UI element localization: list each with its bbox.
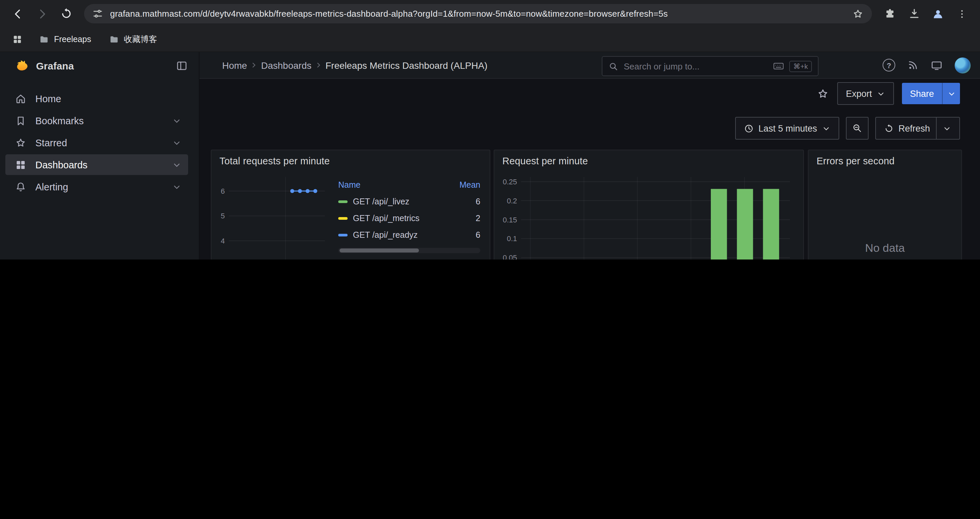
sidebar-item-label: Alerting [35,181,68,192]
scrollbar-thumb[interactable] [340,249,419,252]
bell-icon [15,181,27,193]
time-controls: Last 5 minutes Refresh [735,117,960,140]
search-icon [608,61,619,71]
chevron-down-icon[interactable] [172,182,181,192]
legend-row[interactable]: GET /api/_livez 6 [338,193,480,210]
folder-icon [39,34,49,45]
dock-sidebar-icon[interactable] [175,59,188,72]
screen: grafana.mathmast.com/d/deytv4rwavabkb/fr… [0,0,980,260]
home-icon [15,93,27,105]
series-name[interactable]: GET /api/_livez [353,197,450,206]
svg-text:0.15: 0.15 [503,216,517,224]
extensions-puzzle-icon [884,8,896,20]
refresh-button[interactable]: Refresh [875,117,960,140]
refresh-label: Refresh [898,123,930,133]
user-avatar[interactable] [955,57,970,73]
bookmark-folder-freeleaps[interactable]: Freeleaps [33,31,96,48]
url-bar[interactable]: grafana.mathmast.com/d/deytv4rwavabkb/fr… [84,4,872,23]
bookmark-label: 收藏博客 [124,34,157,45]
chevron-down-icon [877,89,885,98]
browser-menu-button[interactable] [951,2,973,25]
panel-title: Request per minute [502,156,588,166]
legend-row[interactable]: GET /api/_readyz 6 [338,227,480,243]
panel-header[interactable]: Request per minute [494,150,803,172]
legend-col-name[interactable]: Name [338,180,450,190]
legend-header-row: Name Mean [338,177,480,193]
sidebar-item-label: Home [35,93,61,104]
chevron-down-icon[interactable] [172,138,181,147]
zoom-out-icon [851,123,862,134]
bookmark-folder-blogs[interactable]: 收藏博客 [103,31,162,48]
series-name[interactable]: GET /api/_metrics [353,213,450,223]
brand-name: Grafana [36,60,169,71]
back-button[interactable] [7,2,29,25]
chevron-down-icon[interactable] [172,116,181,125]
panel-title: Total requests per minute [220,156,330,166]
chevron-right-icon [250,61,259,69]
bookmark-star-icon[interactable] [852,8,864,20]
sidebar-nav: Home Bookmarks Starred Dashboards [0,79,199,197]
export-button[interactable]: Export [837,82,894,105]
monitor-icon[interactable] [931,59,943,71]
grafana-app: Grafana Home Bookmarks Starred [0,52,980,260]
news-rss-icon[interactable] [907,59,919,71]
search-shortcut-badge: ⌘+k [789,61,812,72]
export-label: Export [846,88,872,99]
bookmark-label: Freeleaps [54,35,91,44]
site-settings-icon[interactable] [92,8,103,19]
svg-text:0.05: 0.05 [503,254,517,260]
browser-toolbar: grafana.mathmast.com/d/deytv4rwavabkb/fr… [0,0,980,27]
series-color-chip [338,217,348,219]
back-icon [11,7,25,21]
url-text[interactable]: grafana.mathmast.com/d/deytv4rwavabkb/fr… [110,9,845,19]
panel-header[interactable]: Total requests per minute [212,150,490,172]
extensions-button[interactable] [878,2,901,25]
legend-scrollbar[interactable] [338,248,480,253]
dashboards-apps-icon [15,159,27,171]
panel-request-per-minute: Request per minute 0.250.20.150.10.05017… [494,150,804,260]
sidebar-item-alerting[interactable]: Alerting [5,176,188,197]
chevron-down-icon[interactable] [172,160,181,169]
kebab-menu-icon [957,8,967,19]
share-split-button: Share [902,83,960,104]
series-color-chip [338,200,348,203]
breadcrumb-home[interactable]: Home [222,60,247,70]
button-divider [936,118,937,139]
share-label: Share [910,88,934,99]
search-input[interactable]: Search or jump to... ⌘+k [602,56,819,76]
downloads-button[interactable] [903,2,925,25]
reload-button[interactable] [55,2,77,25]
reload-icon [60,7,72,20]
svg-text:0.25: 0.25 [503,178,517,186]
sidebar-item-dashboards[interactable]: Dashboards [5,154,188,175]
apps-shortcut-button[interactable] [8,30,27,49]
help-icon[interactable]: ? [883,59,895,72]
breadcrumb-dashboards[interactable]: Dashboards [261,60,312,70]
star-dashboard-icon[interactable] [816,87,829,100]
panel-header[interactable]: Errors per second [808,150,961,172]
sidebar-item-bookmarks[interactable]: Bookmarks [5,110,188,131]
bookmark-icon [15,115,27,126]
share-button[interactable]: Share [902,83,942,104]
request-per-minute-chart: 0.250.20.150.10.05017:37:0017:38:0017:39… [498,172,795,260]
main-area: Home Dashboards Freeleaps Metrics Dashbo… [199,52,980,260]
series-name[interactable]: GET /api/_readyz [353,230,450,240]
panel-errors-per-second: Errors per second No data [808,150,962,260]
dashboard-toolbar: Export Share [816,83,960,104]
grafana-header: Home Dashboards Freeleaps Metrics Dashbo… [199,52,980,79]
chevron-down-icon[interactable] [943,124,951,133]
download-icon [908,7,920,20]
profile-button[interactable] [927,2,949,25]
zoom-out-button[interactable] [846,117,868,140]
legend-row[interactable]: GET /api/_metrics 2 [338,210,480,227]
search-placeholder: Search or jump to... [624,61,768,71]
grafana-logo-icon[interactable] [15,58,29,73]
legend-col-mean[interactable]: Mean [450,180,480,190]
sidebar-item-home[interactable]: Home [5,88,188,109]
share-menu-button[interactable] [942,83,960,104]
sidebar-item-label: Dashboards [35,159,88,170]
sidebar-item-starred[interactable]: Starred [5,132,188,153]
time-range-label: Last 5 minutes [759,123,817,133]
time-range-picker[interactable]: Last 5 minutes [735,117,839,140]
forward-button[interactable] [31,2,53,25]
